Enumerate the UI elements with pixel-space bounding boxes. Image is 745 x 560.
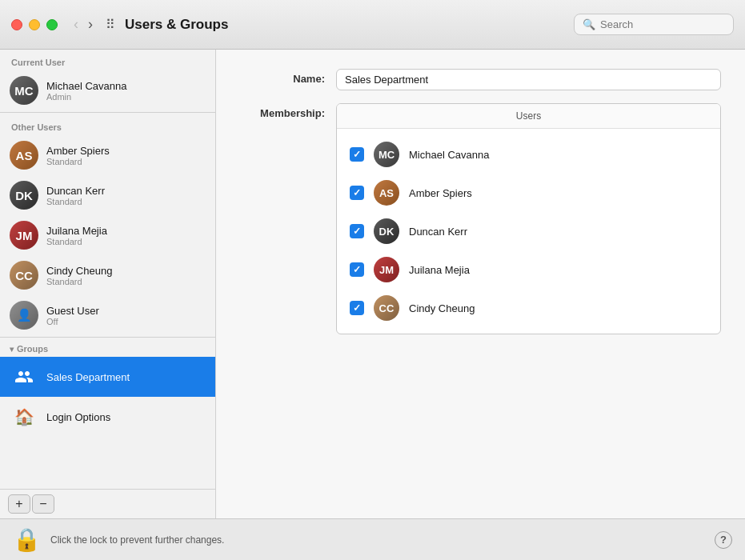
user-role: Standard (46, 237, 107, 246)
forward-button[interactable]: › (85, 14, 96, 34)
membership-row: Membership: Users MC Michael Cavanna AS … (240, 103, 721, 334)
sidebar-item-michael-cavanna[interactable]: MC Michael Cavanna Admin (0, 70, 215, 110)
titlebar: ‹ › ⠿ Users & Groups 🔍 (0, 0, 745, 50)
user-name: Amber Spiers (46, 145, 110, 157)
avatar-juilana: JM (10, 221, 38, 250)
membership-label: Membership: (240, 103, 336, 119)
checkbox-michael[interactable] (350, 147, 364, 162)
avatar-member-juilana: JM (374, 257, 399, 282)
lock-icon[interactable]: 🔒 (13, 526, 41, 553)
detail-panel: Name: Sales Department Membership: Users… (216, 50, 745, 518)
search-bar: 🔍 (574, 14, 734, 35)
membership-column-header: Users (337, 104, 720, 129)
sidebar-item-login-options[interactable]: 🏠 Login Options (0, 397, 215, 437)
avatar-member-cindy: CC (374, 295, 399, 321)
close-button[interactable] (11, 19, 22, 30)
lock-text: Click the lock to prevent further change… (50, 534, 705, 546)
avatar-duncan: DK (10, 181, 38, 210)
checkbox-juilana[interactable] (350, 262, 364, 277)
avatar-member-michael: MC (374, 142, 399, 167)
user-name: Guest User (46, 305, 99, 317)
member-item-amber: AS Amber Spiers (337, 174, 720, 212)
user-role: Standard (46, 277, 112, 286)
user-name: Cindy Cheung (46, 265, 112, 277)
name-label: Name: (240, 69, 336, 85)
search-input[interactable] (600, 18, 725, 30)
bottom-bar: 🔒 Click the lock to prevent further chan… (0, 518, 745, 560)
current-user-label: Current User (0, 50, 215, 70)
remove-user-button[interactable]: − (32, 494, 54, 514)
member-name-juilana: Juilana Mejia (409, 264, 470, 276)
nav-arrows: ‹ › (70, 14, 96, 34)
divider-2 (0, 337, 215, 338)
member-item-duncan: DK Duncan Kerr (337, 212, 720, 250)
member-name-michael: Michael Cavanna (409, 149, 489, 161)
maximize-button[interactable] (46, 19, 58, 30)
member-name-amber: Amber Spiers (409, 187, 472, 199)
avatar-guest: 👤 (10, 301, 38, 330)
avatar-member-duncan: DK (374, 218, 399, 244)
avatar-michael: MC (10, 76, 38, 105)
window-controls (11, 19, 58, 30)
avatar-member-amber: AS (374, 180, 399, 206)
group-icon (10, 362, 38, 391)
group-name: Sales Department (46, 371, 130, 383)
grid-button[interactable]: ⠿ (106, 17, 115, 32)
member-item-cindy: CC Cindy Cheung (337, 289, 720, 327)
checkbox-cindy[interactable] (350, 301, 364, 315)
user-role: Admin (46, 92, 126, 102)
member-name-cindy: Cindy Cheung (409, 302, 475, 314)
checkbox-duncan[interactable] (350, 224, 364, 238)
sidebar-item-guest-user[interactable]: 👤 Guest User Off (0, 295, 215, 335)
user-name: Juilana Mejia (46, 225, 107, 237)
membership-box: Users MC Michael Cavanna AS Amber Spiers (336, 103, 721, 334)
membership-list: MC Michael Cavanna AS Amber Spiers DK Du… (337, 129, 720, 334)
login-options-label: Login Options (46, 411, 110, 423)
minimize-button[interactable] (29, 19, 40, 30)
login-icon: 🏠 (10, 402, 38, 431)
sidebar-item-juilana-mejia[interactable]: JM Juilana Mejia Standard (0, 215, 215, 255)
sidebar-bottom-controls: + − (0, 489, 215, 518)
avatar-amber: AS (10, 141, 38, 170)
page-title: Users & Groups (125, 17, 574, 33)
sidebar: Current User MC Michael Cavanna Admin Ot… (0, 50, 216, 518)
back-button[interactable]: ‹ (70, 14, 82, 34)
sidebar-item-sales-department[interactable]: Sales Department (0, 357, 215, 397)
groups-label: Groups (17, 344, 48, 354)
search-icon: 🔍 (583, 18, 595, 30)
other-users-label: Other Users (0, 114, 215, 135)
sidebar-item-amber-spiers[interactable]: AS Amber Spiers Standard (0, 135, 215, 175)
member-name-duncan: Duncan Kerr (409, 226, 467, 238)
chevron-icon: ▾ (10, 345, 14, 354)
name-value[interactable]: Sales Department (336, 69, 721, 90)
sidebar-item-duncan-kerr[interactable]: DK Duncan Kerr Standard (0, 175, 215, 215)
help-button[interactable]: ? (715, 531, 732, 549)
member-item-juilana: JM Juilana Mejia (337, 250, 720, 289)
user-name: Duncan Kerr (46, 185, 105, 197)
user-name: Michael Cavanna (46, 80, 126, 92)
user-role: Off (46, 317, 99, 326)
member-item-michael: MC Michael Cavanna (337, 135, 720, 174)
groups-header[interactable]: ▾ Groups (0, 339, 215, 357)
user-role: Standard (46, 197, 105, 206)
checkbox-amber[interactable] (350, 186, 364, 200)
divider-1 (0, 112, 215, 113)
main-content: Current User MC Michael Cavanna Admin Ot… (0, 50, 745, 518)
user-role: Standard (46, 157, 110, 166)
name-row: Name: Sales Department (240, 69, 721, 90)
sidebar-item-cindy-cheung[interactable]: CC Cindy Cheung Standard (0, 255, 215, 295)
add-user-button[interactable]: + (8, 494, 30, 514)
avatar-cindy: CC (10, 261, 38, 290)
